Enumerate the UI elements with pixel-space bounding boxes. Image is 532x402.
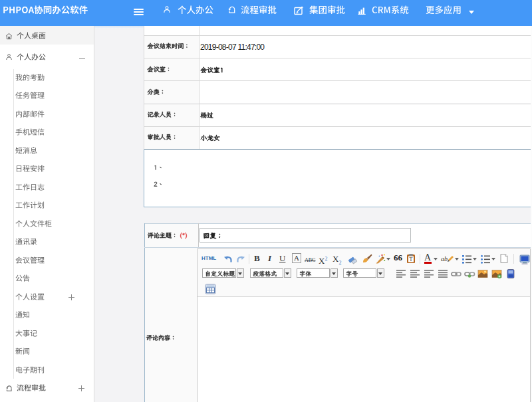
svg-text:T: T: [410, 256, 413, 262]
